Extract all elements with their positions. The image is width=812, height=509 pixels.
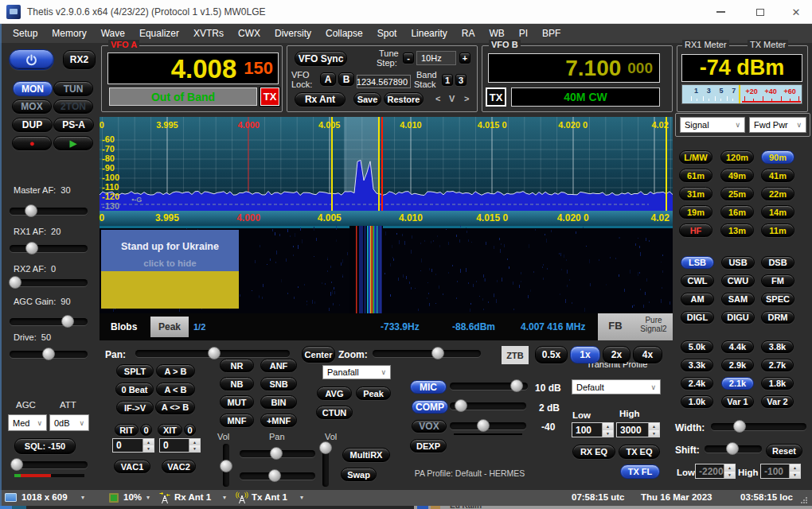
peak-toggle[interactable]: Peak bbox=[150, 317, 189, 337]
a-to-b-button[interactable]: A > B bbox=[156, 364, 195, 378]
filter-var1[interactable]: Var 1 bbox=[721, 395, 754, 408]
drive-slider[interactable] bbox=[10, 348, 88, 360]
band-25m[interactable]: 25m bbox=[720, 187, 754, 200]
mode-am[interactable]: AM bbox=[681, 293, 714, 305]
mode-digu[interactable]: DIGU bbox=[721, 311, 755, 324]
band-120m[interactable]: 120m bbox=[720, 150, 754, 164]
band-41m[interactable]: 41m bbox=[761, 169, 794, 182]
zero-beat-button[interactable]: 0 Beat bbox=[115, 383, 154, 396]
menu-bpf[interactable]: BPF bbox=[535, 24, 568, 43]
tx-high-spinner[interactable]: 3000▲▼ bbox=[616, 422, 660, 437]
rit-zero-button[interactable]: 0 bbox=[140, 424, 152, 436]
band-14m[interactable]: 14m bbox=[761, 205, 794, 219]
filter-24k[interactable]: 2.4k bbox=[681, 377, 713, 390]
slider-thumb[interactable] bbox=[726, 442, 739, 455]
nav-v-button[interactable]: V bbox=[449, 94, 455, 103]
close-button[interactable]: ✕ bbox=[780, 0, 812, 24]
vfo-b-tx-indicator[interactable]: TX bbox=[486, 87, 506, 107]
rx1-vol-slider[interactable] bbox=[220, 444, 232, 487]
menu-cwx[interactable]: CWX bbox=[231, 24, 267, 43]
filter-low-spinner[interactable]: -2200▲▼ bbox=[695, 464, 736, 479]
spin-up-icon[interactable]: ▲ bbox=[189, 439, 200, 445]
nav-right-button[interactable]: > bbox=[464, 94, 469, 103]
zoom-0.5x[interactable]: 0.5x bbox=[535, 346, 568, 363]
vfo-a-tx-indicator[interactable]: TX bbox=[260, 87, 279, 106]
mode-fm[interactable]: FM bbox=[761, 274, 794, 287]
band-stack-3-button[interactable]: 3 bbox=[455, 74, 467, 86]
rx2-button[interactable]: RX2 bbox=[63, 50, 96, 69]
mode-sam[interactable]: SAM bbox=[721, 293, 755, 305]
caret-down-icon[interactable]: ▾ bbox=[223, 494, 226, 501]
minimize-button[interactable] bbox=[705, 0, 736, 24]
slider-thumb[interactable] bbox=[431, 347, 444, 359]
agc-select[interactable]: Med∨ bbox=[8, 414, 47, 431]
center-button[interactable]: Center bbox=[302, 346, 335, 363]
slider-thumb[interactable] bbox=[220, 460, 232, 472]
dexp-button[interactable]: DEXP bbox=[410, 439, 447, 453]
filter-44k[interactable]: 4.4k bbox=[721, 340, 754, 353]
tx-meter-select[interactable]: Fwd Pwr∨ bbox=[749, 117, 806, 133]
split-button[interactable]: SPLT bbox=[116, 364, 154, 378]
mic-button[interactable]: MIC bbox=[410, 380, 447, 394]
shift-slider[interactable] bbox=[705, 442, 762, 455]
power-button[interactable] bbox=[9, 49, 54, 70]
slider-thumb[interactable] bbox=[270, 447, 283, 460]
filter-38k[interactable]: 3.8k bbox=[761, 340, 794, 353]
filter-29k[interactable]: 2.9k bbox=[721, 359, 754, 371]
transmit-profile-select[interactable]: Default∨ bbox=[572, 379, 661, 394]
spin-down-icon[interactable]: ▼ bbox=[790, 472, 800, 479]
resize-grip[interactable] bbox=[800, 497, 807, 504]
caret-down-icon[interactable]: ▾ bbox=[300, 494, 303, 501]
band-49m[interactable]: 49m bbox=[720, 169, 754, 182]
menu-collapse[interactable]: Collapse bbox=[318, 24, 370, 43]
band-13m[interactable]: 13m bbox=[720, 223, 754, 237]
slider-thumb[interactable] bbox=[61, 315, 74, 328]
band-16m[interactable]: 16m bbox=[720, 205, 754, 219]
slider-thumb[interactable] bbox=[733, 420, 746, 433]
filter-33k[interactable]: 3.3k bbox=[681, 359, 713, 371]
nav-left-button[interactable]: < bbox=[435, 94, 440, 103]
mode-lsb[interactable]: LSB bbox=[681, 256, 714, 269]
frequency-entry-field[interactable]: 1234.567890 bbox=[357, 75, 411, 88]
ctun-button[interactable]: CTUN bbox=[316, 406, 353, 419]
page-indicator[interactable]: 1/2 bbox=[193, 322, 205, 332]
spin-up-icon[interactable]: ▲ bbox=[790, 464, 800, 472]
zoom-1x[interactable]: 1x bbox=[570, 346, 600, 363]
psa-button[interactable]: PS-A bbox=[53, 118, 94, 132]
mode-digl[interactable]: DIGL bbox=[681, 311, 714, 324]
vfo-sync-button[interactable]: VFO Sync bbox=[295, 51, 347, 66]
filter-21k[interactable]: 2.1k bbox=[721, 377, 754, 390]
mode-spec[interactable]: SPEC bbox=[761, 293, 794, 305]
shift-reset-button[interactable]: Reset bbox=[766, 444, 802, 458]
xit-zero-button[interactable]: 0 bbox=[184, 424, 196, 436]
zoom-slider[interactable] bbox=[373, 347, 481, 359]
tune-step-plus-button[interactable]: + bbox=[459, 52, 470, 64]
pure-signal-toggle[interactable]: PureSignal2 bbox=[635, 316, 672, 333]
restore-button[interactable]: Restore bbox=[384, 92, 424, 106]
dsp-snb[interactable]: SNB bbox=[260, 377, 297, 390]
xit-spinner[interactable]: 0▲▼ bbox=[159, 438, 201, 453]
filter-18k[interactable]: 1.8k bbox=[761, 377, 794, 390]
comp-slider[interactable] bbox=[450, 399, 526, 412]
spin-down-icon[interactable]: ▼ bbox=[603, 430, 613, 437]
band-hf[interactable]: HF bbox=[679, 223, 712, 237]
spin-up-icon[interactable]: ▲ bbox=[724, 464, 735, 472]
rx2-pan-slider[interactable] bbox=[240, 469, 315, 482]
slider-thumb[interactable] bbox=[25, 242, 38, 254]
peak-button[interactable]: Peak bbox=[356, 387, 391, 400]
filter-10k[interactable]: 1.0k bbox=[681, 395, 713, 408]
mode-drm[interactable]: DRM bbox=[761, 311, 794, 324]
tune-step-minus-button[interactable]: - bbox=[403, 52, 414, 64]
save-button[interactable]: Save bbox=[353, 92, 381, 106]
frequency-scale-strip[interactable]: 03.9954.0004.0054.0104.015 04.020 04.02 bbox=[100, 211, 673, 226]
mic-slider[interactable] bbox=[450, 379, 528, 392]
menu-memory[interactable]: Memory bbox=[45, 24, 93, 43]
comp-button[interactable]: COMP bbox=[412, 400, 448, 414]
menu-ra[interactable]: RA bbox=[455, 24, 482, 43]
menu-linearity[interactable]: Linearity bbox=[404, 24, 454, 43]
zoom-4x[interactable]: 4x bbox=[633, 346, 662, 363]
dup-button[interactable]: DUP bbox=[12, 118, 53, 132]
mox-button[interactable]: MOX bbox=[12, 99, 52, 114]
band-61m[interactable]: 61m bbox=[679, 169, 712, 182]
vac2-button[interactable]: VAC2 bbox=[162, 460, 196, 473]
